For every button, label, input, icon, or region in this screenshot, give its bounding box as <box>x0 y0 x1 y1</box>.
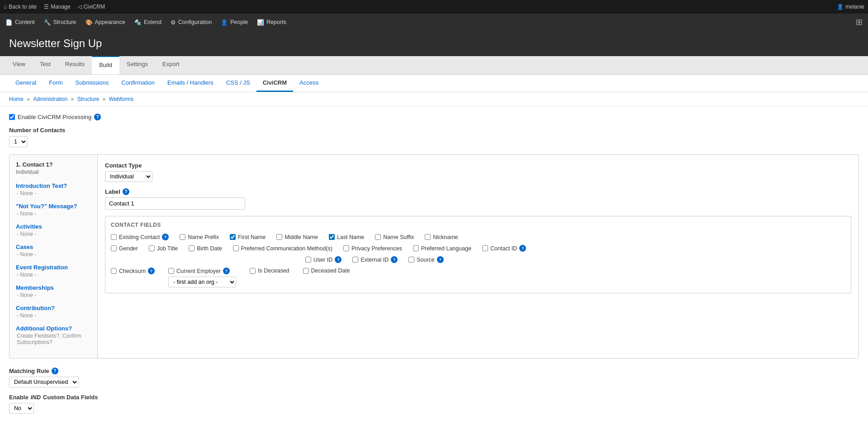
tab-general[interactable]: General <box>9 75 43 92</box>
breadcrumb-structure[interactable]: Structure <box>77 96 100 102</box>
number-contacts-label: Number of Contacts <box>9 127 859 134</box>
last-name-checkbox[interactable] <box>329 234 335 240</box>
checksum-help[interactable]: ? <box>148 268 155 274</box>
field-birth-date[interactable]: Birth Date <box>189 245 222 252</box>
back-to-site-link[interactable]: ⌂ Back to site <box>4 4 37 10</box>
field-is-deceased[interactable]: Is Deceased <box>250 268 289 274</box>
contact-id-checkbox[interactable] <box>482 245 488 251</box>
enable-ind-label: Enable IND Custom Data Fields <box>9 394 859 401</box>
field-user-id[interactable]: User ID ? <box>305 256 342 263</box>
sidebar-additional-options-value: Create Fieldsets?, Confirm Subscriptions… <box>16 333 91 345</box>
birth-date-checkbox[interactable] <box>189 245 194 251</box>
tab-css-js[interactable]: CSS / JS <box>220 75 256 92</box>
field-name-suffix[interactable]: Name Suffix <box>375 234 414 240</box>
menu-content[interactable]: 📄 Content <box>5 19 35 26</box>
first-name-checkbox[interactable] <box>230 234 236 240</box>
name-prefix-checkbox[interactable] <box>180 234 185 240</box>
tab-submissions[interactable]: Submissions <box>69 75 115 92</box>
matching-rule-select[interactable]: Default Unsupervised Supervised <box>9 377 79 388</box>
field-job-title[interactable]: Job Title <box>149 245 178 252</box>
matching-rule-help[interactable]: ? <box>52 368 58 374</box>
tab-access[interactable]: Access <box>293 75 325 92</box>
preferred-comm-checkbox[interactable] <box>233 245 239 251</box>
source-help[interactable]: ? <box>437 256 444 263</box>
deceased-date-checkbox[interactable] <box>303 268 309 274</box>
contact-id-help[interactable]: ? <box>519 245 526 252</box>
sidebar-contribution[interactable]: Contribution? <box>16 305 91 311</box>
menu-configuration[interactable]: ⚙ Configuration <box>171 19 212 26</box>
field-first-name[interactable]: First Name <box>230 234 266 240</box>
gender-checkbox[interactable] <box>111 245 117 251</box>
field-contact-id[interactable]: Contact ID ? <box>482 245 526 252</box>
name-suffix-checkbox[interactable] <box>375 234 381 240</box>
current-employer-select[interactable]: - first add an org - <box>168 277 236 287</box>
menu-structure[interactable]: 🔧 Structure <box>44 19 76 26</box>
civicrm-link[interactable]: ◁ CiviCRM <box>78 4 105 10</box>
privacy-prefs-checkbox[interactable] <box>343 245 349 251</box>
tab-settings[interactable]: Settings <box>119 56 155 74</box>
user-id-checkbox[interactable] <box>305 257 311 263</box>
field-preferred-comm[interactable]: Preferred Communication Method(s) <box>233 245 332 252</box>
field-existing-contact[interactable]: Existing Contact ? <box>111 234 169 240</box>
sidebar-additional-options[interactable]: Additional Options? <box>16 325 91 332</box>
breadcrumb-webforms[interactable]: Webforms <box>109 96 133 102</box>
field-middle-name[interactable]: Middle Name <box>276 234 318 240</box>
menu-extend[interactable]: 🔩 Extend <box>134 19 161 26</box>
field-external-id[interactable]: External ID ? <box>352 256 398 263</box>
checksum-checkbox[interactable] <box>111 268 117 274</box>
tab-results[interactable]: Results <box>58 56 92 74</box>
breadcrumb-admin[interactable]: Administration <box>33 96 67 102</box>
sidebar-event-reg[interactable]: Event Registration <box>16 264 91 271</box>
existing-contact-help[interactable]: ? <box>162 234 169 240</box>
is-deceased-checkbox[interactable] <box>250 268 256 274</box>
sidebar-activities[interactable]: Activities <box>16 223 91 230</box>
field-preferred-lang[interactable]: Preferred Language <box>413 245 471 252</box>
user-id-help[interactable]: ? <box>335 256 342 263</box>
field-checksum[interactable]: Checksum ? <box>111 268 155 274</box>
menu-people[interactable]: 👤 People <box>221 19 248 26</box>
tab-confirmation[interactable]: Confirmation <box>115 75 161 92</box>
current-employer-checkbox[interactable] <box>168 268 174 274</box>
sidebar-not-you[interactable]: "Not You?" Message? <box>16 203 91 210</box>
current-employer-help[interactable]: ? <box>223 268 230 274</box>
tab-export[interactable]: Export <box>155 56 187 74</box>
field-privacy-prefs[interactable]: Privacy Preferences <box>343 245 402 252</box>
label-help-icon[interactable]: ? <box>123 188 129 195</box>
number-contacts-select[interactable]: 1 2 3 <box>9 136 28 147</box>
sidebar-cases[interactable]: Cases <box>16 244 91 250</box>
matching-rule-row: Matching Rule ? Default Unsupervised Sup… <box>9 368 859 388</box>
field-name-prefix[interactable]: Name Prefix <box>180 234 219 240</box>
field-gender[interactable]: Gender <box>111 245 138 252</box>
manage-link[interactable]: ☰ Manage <box>44 4 70 10</box>
sidebar-intro-text[interactable]: Introduction Text? <box>16 182 91 189</box>
existing-contact-checkbox[interactable] <box>111 234 117 240</box>
label-input[interactable] <box>105 197 245 210</box>
user-link[interactable]: 👤 melanie <box>837 4 864 10</box>
enable-civicrm-help-icon[interactable]: ? <box>94 114 101 120</box>
tab-test[interactable]: Test <box>33 56 58 74</box>
sidebar-memberships[interactable]: Memberships <box>16 284 91 291</box>
enable-ind-select[interactable]: No Yes <box>9 403 34 414</box>
menu-appearance[interactable]: 🎨 Appearance <box>85 19 125 26</box>
field-deceased-date[interactable]: Deceased Date <box>303 268 350 274</box>
field-nickname[interactable]: Nickname <box>425 234 458 240</box>
field-source[interactable]: Source ? <box>408 256 444 263</box>
tab-view[interactable]: View <box>5 56 33 74</box>
tab-build[interactable]: Build <box>92 56 119 74</box>
nickname-checkbox[interactable] <box>425 234 431 240</box>
tab-emails-handlers[interactable]: Emails / Handlers <box>161 75 220 92</box>
matching-rule-label: Matching Rule ? <box>9 368 859 374</box>
source-checkbox[interactable] <box>408 257 414 263</box>
tab-civicrm[interactable]: CiviCRM <box>256 75 293 92</box>
job-title-checkbox[interactable] <box>149 245 155 251</box>
contact-type-select[interactable]: Individual Organization Household <box>105 171 152 182</box>
enable-civicrm-checkbox[interactable] <box>9 114 15 120</box>
external-id-checkbox[interactable] <box>352 257 358 263</box>
middle-name-checkbox[interactable] <box>276 234 282 240</box>
preferred-lang-checkbox[interactable] <box>413 245 419 251</box>
tab-form[interactable]: Form <box>43 75 69 92</box>
external-id-help[interactable]: ? <box>391 256 398 263</box>
breadcrumb-home[interactable]: Home <box>9 96 24 102</box>
field-last-name[interactable]: Last Name <box>329 234 364 240</box>
menu-reports[interactable]: 📊 Reports <box>257 19 286 26</box>
